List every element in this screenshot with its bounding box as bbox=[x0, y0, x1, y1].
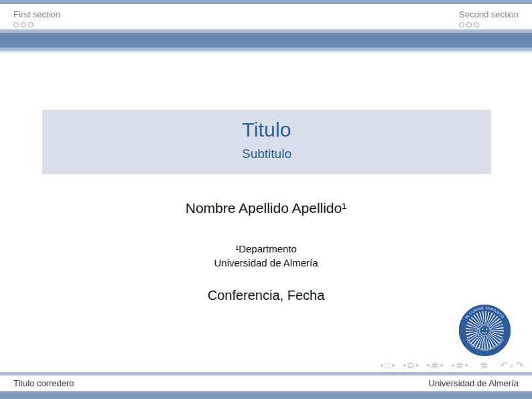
section-icon[interactable]: ≣ bbox=[456, 361, 464, 370]
section-nav-second-label[interactable]: Second section bbox=[459, 9, 519, 20]
institute-line-1: ¹Departmento bbox=[0, 242, 532, 256]
mini-frame-dot[interactable] bbox=[459, 22, 464, 27]
mini-frame-dot[interactable] bbox=[474, 22, 479, 27]
next-subsection-icon[interactable]: ▸ bbox=[441, 362, 444, 368]
slide-title: Titulo bbox=[42, 118, 491, 141]
prev-frame-icon[interactable]: ◂ bbox=[403, 362, 406, 368]
section-nav-first[interactable]: First section bbox=[13, 9, 60, 27]
institute-block: ¹Departmento Universidad de Almería bbox=[0, 242, 532, 270]
section-nav-second[interactable]: Second section bbox=[459, 9, 519, 27]
section-nav-first-dots bbox=[13, 22, 60, 27]
nav-slide-group: ◂ □ ▸ bbox=[380, 361, 395, 370]
nav-history-group: ↶ ⌕ ↷ bbox=[500, 361, 523, 370]
institute-line-2: Universidad de Almería bbox=[0, 256, 532, 270]
nav-section-group: ◂ ≣ ▸ bbox=[451, 361, 468, 370]
header-section-nav: First section Second section bbox=[0, 4, 532, 29]
footer-institution: Universidad de Almería bbox=[429, 378, 519, 388]
title-box: Titulo Subtitulo bbox=[42, 110, 491, 174]
subsection-icon[interactable]: ≣ bbox=[431, 361, 439, 370]
prev-subsection-icon[interactable]: ◂ bbox=[426, 362, 429, 368]
navigation-symbols-bar: ◂ □ ▸ ◂ ⧉ ▸ ◂ ≣ ▸ ◂ ≣ ▸ ≣ ↶ ⌕ ↷ bbox=[380, 360, 523, 370]
conference-date-line: Conferencia, Fecha bbox=[0, 288, 532, 303]
next-section-icon[interactable]: ▸ bbox=[465, 362, 468, 368]
frame-icon[interactable]: ⧉ bbox=[407, 361, 413, 370]
mini-frame-dot[interactable] bbox=[466, 22, 472, 27]
nav-frame-group: ◂ ⧉ ▸ bbox=[403, 361, 419, 370]
mini-frame-dot[interactable] bbox=[21, 22, 26, 27]
footer-short-title: Titulo corredero bbox=[13, 378, 74, 388]
appendix-icon[interactable]: ≣ bbox=[480, 361, 488, 370]
university-seal-logo: IN LUMINE SAPIENTIA VNIVERSITAS ALMERIEN… bbox=[458, 304, 511, 357]
slide-subtitle: Subtitulo bbox=[42, 147, 491, 161]
section-nav-second-dots bbox=[459, 22, 519, 27]
next-frame-icon[interactable]: ▸ bbox=[416, 362, 419, 368]
author-line: Nombre Apellido Apellido¹ bbox=[0, 200, 532, 216]
nav-appendix-group: ≣ bbox=[480, 361, 488, 370]
mini-frame-dot[interactable] bbox=[28, 22, 34, 27]
beamer-title-slide: First section Second section Titulo Subt… bbox=[0, 0, 532, 399]
next-slide-icon[interactable]: ▸ bbox=[392, 362, 395, 368]
prev-section-icon[interactable]: ◂ bbox=[451, 362, 454, 368]
nav-subsection-group: ◂ ≣ ▸ bbox=[426, 361, 444, 370]
header-band bbox=[0, 33, 532, 48]
slide-icon[interactable]: □ bbox=[385, 361, 390, 370]
mini-frame-dot[interactable] bbox=[13, 22, 19, 27]
search-icon[interactable]: ⌕ bbox=[509, 361, 514, 370]
header-rule-fade bbox=[0, 51, 532, 53]
prev-slide-icon[interactable]: ◂ bbox=[380, 362, 383, 368]
go-forward-icon[interactable]: ↷ bbox=[516, 361, 523, 370]
section-nav-first-label[interactable]: First section bbox=[13, 9, 60, 20]
footer-bottom-bar bbox=[0, 391, 532, 399]
go-back-icon[interactable]: ↶ bbox=[500, 361, 507, 370]
